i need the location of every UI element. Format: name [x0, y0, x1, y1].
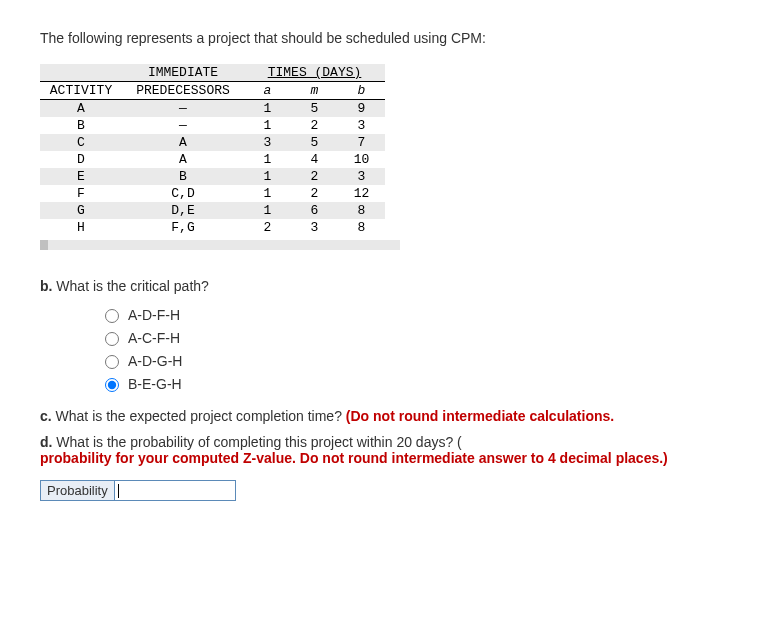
part-c-text: What is the expected project completion …: [52, 408, 346, 424]
table-row: FC,D1212: [40, 185, 385, 202]
table-cell: 5: [291, 134, 338, 151]
table-cell: B: [122, 168, 244, 185]
table-cell: 2: [244, 219, 291, 236]
table-cell: A: [40, 100, 122, 118]
part-c-prefix: c.: [40, 408, 52, 424]
table-cell: —: [122, 100, 244, 118]
option-radio[interactable]: [105, 309, 119, 323]
table-cell: 10: [338, 151, 385, 168]
table-row: DA1410: [40, 151, 385, 168]
table-row: HF,G238: [40, 219, 385, 236]
table-cell: 1: [244, 117, 291, 134]
table-row: EB123: [40, 168, 385, 185]
table-cell: F,G: [122, 219, 244, 236]
table-cell: 4: [291, 151, 338, 168]
table-cell: 5: [291, 100, 338, 118]
part-c-question: c. What is the expected project completi…: [40, 408, 719, 424]
table-cell: 12: [338, 185, 385, 202]
header-b: b: [338, 82, 385, 100]
table-cell: 3: [338, 117, 385, 134]
table-cell: 7: [338, 134, 385, 151]
table-cell: A: [122, 134, 244, 151]
option-row: A-C-F-H: [100, 329, 719, 346]
part-b-question: b. What is the critical path?: [40, 278, 719, 294]
part-c-red: (Do not round intermediate calculations.: [346, 408, 614, 424]
table-cell: 2: [291, 168, 338, 185]
header-a: a: [244, 82, 291, 100]
header-m: m: [291, 82, 338, 100]
table-row: GD,E168: [40, 202, 385, 219]
part-d-red: probability for your computed Z-value. D…: [40, 450, 668, 466]
table-cell: 8: [338, 202, 385, 219]
table-cell: D,E: [122, 202, 244, 219]
table-cell: D: [40, 151, 122, 168]
option-radio[interactable]: [105, 332, 119, 346]
table-cell: 1: [244, 151, 291, 168]
table-cell: 6: [291, 202, 338, 219]
option-radio[interactable]: [105, 355, 119, 369]
table-cell: 1: [244, 168, 291, 185]
part-d-text: What is the probability of completing th…: [52, 434, 457, 450]
scrollbar-thumb[interactable]: [40, 240, 48, 250]
table-cell: A: [122, 151, 244, 168]
table-cell: B: [40, 117, 122, 134]
table-row: CA357: [40, 134, 385, 151]
table-cell: 3: [291, 219, 338, 236]
table-cell: G: [40, 202, 122, 219]
table-row: B—123: [40, 117, 385, 134]
table-cell: C,D: [122, 185, 244, 202]
option-label: A-D-F-H: [128, 307, 180, 323]
table-cell: 2: [291, 117, 338, 134]
part-d-question: d. What is the probability of completing…: [40, 434, 719, 466]
horizontal-scrollbar[interactable]: [40, 240, 400, 250]
option-label: A-D-G-H: [128, 353, 182, 369]
option-label: B-E-G-H: [128, 376, 182, 392]
table-cell: —: [122, 117, 244, 134]
header-immediate: IMMEDIATE: [122, 64, 244, 82]
option-radio[interactable]: [105, 378, 119, 392]
table-cell: 9: [338, 100, 385, 118]
table-cell: 8: [338, 219, 385, 236]
table-cell: C: [40, 134, 122, 151]
part-d-prefix: d.: [40, 434, 52, 450]
table-cell: H: [40, 219, 122, 236]
part-b-options: A-D-F-HA-C-F-HA-D-G-HB-E-G-H: [100, 306, 719, 392]
probability-input[interactable]: [119, 481, 233, 500]
header-activity: ACTIVITY: [40, 82, 122, 100]
table-row: A—159: [40, 100, 385, 118]
table-cell: 1: [244, 185, 291, 202]
table-cell: 2: [291, 185, 338, 202]
option-row: A-D-G-H: [100, 352, 719, 369]
intro-text: The following represents a project that …: [40, 30, 719, 46]
table-cell: 3: [244, 134, 291, 151]
table-cell: E: [40, 168, 122, 185]
probability-input-wrap[interactable]: [115, 480, 236, 501]
table-cell: 1: [244, 202, 291, 219]
part-d-marker: (: [457, 434, 462, 450]
option-row: B-E-G-H: [100, 375, 719, 392]
table-cell: 1: [244, 100, 291, 118]
table-cell: 3: [338, 168, 385, 185]
part-b-prefix: b.: [40, 278, 52, 294]
probability-label: Probability: [40, 480, 115, 501]
cpm-table: IMMEDIATE TIMES (DAYS) ACTIVITY PREDECES…: [40, 64, 385, 236]
option-label: A-C-F-H: [128, 330, 180, 346]
header-predecessors: PREDECESSORS: [122, 82, 244, 100]
probability-answer: Probability: [40, 480, 719, 501]
table-cell: F: [40, 185, 122, 202]
option-row: A-D-F-H: [100, 306, 719, 323]
part-b-text: What is the critical path?: [52, 278, 208, 294]
header-times: TIMES (DAYS): [244, 64, 385, 82]
